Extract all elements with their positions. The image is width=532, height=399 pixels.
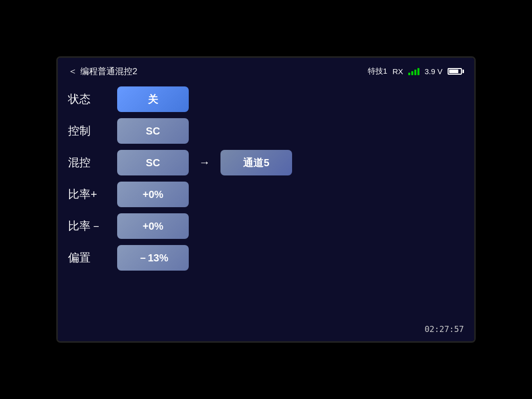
label-mix: 混控: [68, 155, 109, 170]
row-offset: 偏置 －13%: [68, 245, 464, 271]
mode-label: 特技1: [368, 66, 387, 76]
row-rate-minus: 比率－ +0%: [68, 213, 464, 239]
device-frame: ＜ 编程普通混控2 特技1 RX 3.9 V: [56, 56, 476, 343]
btn-mix-dst[interactable]: 通道5: [220, 150, 292, 175]
signal-bar-4: [417, 68, 419, 75]
btn-offset[interactable]: －13%: [117, 245, 189, 271]
header-right: 特技1 RX 3.9 V: [368, 66, 464, 76]
label-offset: 偏置: [68, 250, 109, 265]
label-control: 控制: [68, 123, 109, 139]
label-rate-minus: 比率－: [68, 218, 109, 234]
btn-rate-minus[interactable]: +0%: [117, 213, 189, 239]
time-display: 02:27:57: [425, 324, 464, 334]
battery-tip: [462, 70, 464, 73]
btn-rate-plus[interactable]: +0%: [117, 182, 189, 207]
row-rate-plus: 比率+ +0%: [68, 182, 464, 207]
row-mix: 混控 SC → 通道5: [68, 150, 464, 175]
back-arrow-icon[interactable]: ＜: [68, 65, 77, 77]
signal-bar-3: [414, 70, 416, 75]
screen: ＜ 编程普通混控2 特技1 RX 3.9 V: [58, 58, 474, 341]
label-status: 状态: [68, 92, 109, 107]
signal-bar-1: [408, 73, 410, 75]
row-status: 状态 关: [68, 86, 464, 112]
voltage-label: 3.9 V: [425, 67, 442, 76]
battery-icon: [448, 68, 464, 75]
content-area: 状态 关 控制 SC 混控 SC → 通道5 比率+ +0% 比: [68, 86, 464, 320]
battery-body: [448, 68, 462, 75]
btn-status[interactable]: 关: [117, 86, 189, 112]
rx-label: RX: [392, 67, 403, 76]
page-title: 编程普通混控2: [80, 65, 137, 77]
arrow-icon: →: [199, 156, 210, 169]
signal-icon: [408, 67, 419, 75]
header: ＜ 编程普通混控2 特技1 RX 3.9 V: [68, 65, 464, 77]
row-control: 控制 SC: [68, 118, 464, 144]
btn-control[interactable]: SC: [117, 118, 189, 144]
header-left: ＜ 编程普通混控2: [68, 65, 137, 77]
btn-mix-src[interactable]: SC: [117, 150, 189, 175]
label-rate-plus: 比率+: [68, 187, 109, 202]
battery-fill: [449, 70, 458, 73]
footer: 02:27:57: [68, 320, 464, 334]
signal-bar-2: [411, 71, 413, 75]
